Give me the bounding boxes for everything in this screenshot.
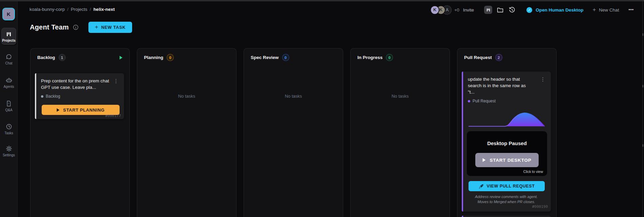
task-status: Pull Request [462,95,551,103]
history-button[interactable] [508,6,516,14]
app-window: K Projects Chat Agents ? Q&A [0,0,644,217]
task-card-pull-request[interactable]: update the header so that search is in t… [462,72,551,212]
breadcrumb-project-name: helix-next [94,7,115,12]
sidebar: K Projects Chat Agents ? Q&A [0,1,18,217]
sidebar-item-label: Chat [5,61,12,65]
column-pull-request: Pull Request 2 update the header so that… [457,48,557,217]
start-planning-label: START PLANNING [63,107,104,113]
page-header: Agent Team + NEW TASK [30,22,132,33]
column-header: In Progress 0 [351,48,450,61]
status-label: Backlog [46,94,60,99]
column-spec-review: Spec Review 0 No tasks [244,48,343,217]
task-card-partial[interactable] [462,216,551,217]
kebab-menu-icon[interactable]: ⋮ [538,76,547,82]
sidebar-item-tasks[interactable]: Tasks [0,123,18,135]
card-accent-bar [35,73,36,119]
invite-button[interactable]: Invite [463,7,474,13]
question-document-icon: ? [5,100,12,107]
empty-state-label: No tasks [137,94,236,99]
plus-icon: + [95,24,99,31]
task-status: Backlog [35,91,124,99]
start-desktop-label: START DESKTOP [490,158,531,163]
gear-icon [5,145,13,152]
sidebar-item-projects[interactable]: Projects [1,28,16,45]
kanban-board-icon [5,31,12,38]
task-title: update the header so that search is in t… [468,76,533,95]
sidebar-item-label: Agents [3,85,14,88]
column-header: Pull Request 2 [457,48,556,61]
sidebar-item-label: Tasks [4,131,13,135]
more-menu-button[interactable]: ••• [628,7,634,12]
empty-state-label: No tasks [244,94,343,99]
column-name: Planning [144,55,163,60]
column-header: Planning 0 [137,48,236,61]
status-dot [468,100,470,102]
kebab-menu-icon[interactable]: ⋮ [111,78,121,84]
task-id: #000190 [532,204,548,209]
column-planning: Planning 0 No tasks [137,48,236,217]
edge-tick [642,144,643,147]
card-accent-bar [462,72,463,212]
window-top-strip [0,0,644,1]
pr-note-line2: Moves to Merged when PR closes. [462,200,551,204]
column-in-progress: In Progress 0 No tasks [350,48,450,217]
column-header: Backlog 1 [30,48,129,61]
view-pull-request-button[interactable]: VIEW PULL REQUEST [469,181,545,191]
files-button[interactable] [497,6,504,14]
column-count-badge: 0 [386,54,393,61]
desktop-preview-panel[interactable]: Desktop Paused START DESKTOP Click to vi… [467,131,547,176]
info-icon[interactable] [73,24,79,30]
column-count-badge: 0 [167,54,174,61]
history-icon [508,6,516,14]
column-name: In Progress [357,55,382,60]
edge-tick [642,33,643,36]
click-to-view-hint: Click to view [523,170,543,174]
start-desktop-button[interactable]: START DESKTOP [475,153,539,167]
sidebar-item-qa[interactable]: ? Q&A [0,100,18,112]
pr-note-line1: Address review comments with agent. [462,195,551,199]
view-pull-request-label: VIEW PULL REQUEST [487,184,535,189]
chat-bubble-icon [5,53,13,60]
compass-icon [526,7,533,13]
sidebar-item-label: Q&A [5,108,12,112]
new-task-button[interactable]: + NEW TASK [88,22,132,33]
column-backlog: Backlog 1 Prep content for the on prem c… [30,48,130,217]
status-label: Pull Request [473,99,496,103]
breadcrumb: koala-bunny-corp / Projects / helix-next [29,7,115,12]
avatar[interactable]: K [430,5,439,15]
breadcrumb-workspace[interactable]: koala-bunny-corp [29,7,65,12]
status-dot [41,95,43,98]
sidebar-item-settings[interactable]: Settings [0,145,18,157]
task-title: Prep content for the on prem chat GPT us… [41,78,110,91]
breadcrumb-projects[interactable]: Projects [71,7,87,12]
open-human-desktop-label: Open Human Desktop [536,7,583,13]
sidebar-item-chat[interactable]: Chat [0,53,18,65]
card-accent-bar [462,216,463,217]
column-name: Pull Request [464,55,492,60]
play-icon [57,108,60,112]
topbar-actions: K K +0 Invite Open Human Desktop + New C… [430,4,634,15]
new-chat-button[interactable]: + New Chat [593,6,619,13]
column-count-badge: 0 [282,54,289,61]
new-task-label: NEW TASK [101,25,126,30]
sidebar-item-label: Settings [3,153,15,157]
clock-icon [5,123,13,130]
breadcrumb-separator: / [67,7,68,12]
run-column-play-icon[interactable] [119,56,123,60]
extra-members-count: +0 [454,7,459,13]
open-human-desktop-button[interactable]: Open Human Desktop [526,7,583,13]
empty-state-label: No tasks [351,94,450,99]
board-view-button[interactable] [484,6,492,14]
folder-icon [497,6,504,14]
desktop-paused-title: Desktop Paused [467,140,547,146]
play-icon [482,158,486,162]
sidebar-item-label: Projects [2,39,15,42]
plus-icon: + [593,6,596,13]
column-count-badge: 2 [495,54,502,61]
kanban-board-icon [486,8,491,12]
sidebar-item-agents[interactable]: Agents [0,77,18,88]
column-name: Spec Review [251,55,279,60]
edge-tick [642,85,643,87]
workspace-button[interactable]: K [2,8,15,20]
task-card-backlog[interactable]: Prep content for the on prem chat GPT us… [35,73,124,119]
